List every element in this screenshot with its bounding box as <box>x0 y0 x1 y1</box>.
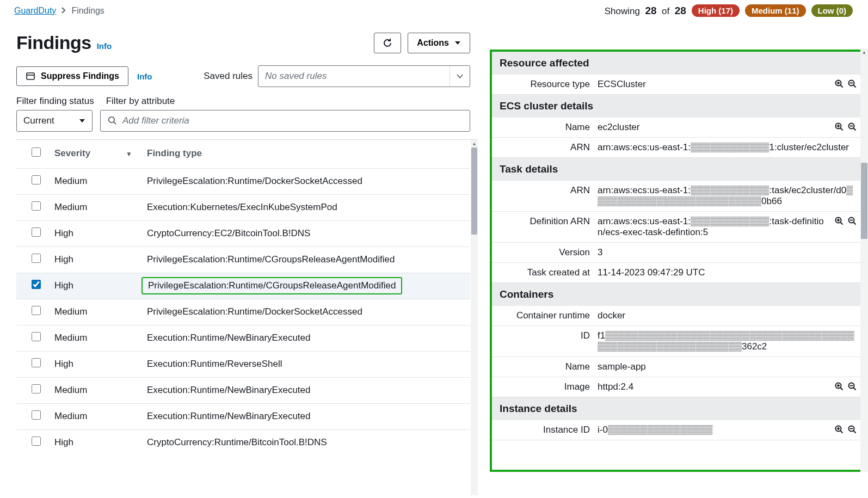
col-finding-type[interactable]: Finding type <box>141 140 470 169</box>
svg-line-5 <box>841 85 843 88</box>
scrollbar-thumb[interactable] <box>861 163 867 239</box>
suppress-findings-button[interactable]: Suppress Findings <box>16 66 128 86</box>
row-checkbox[interactable] <box>32 358 41 367</box>
sort-caret-icon[interactable]: ▼ <box>126 150 132 158</box>
svg-line-26 <box>841 388 843 390</box>
finding-type-cell: PrivilegeEscalation:Runtime/DockerSocket… <box>141 169 470 195</box>
zoom-out-icon[interactable] <box>847 122 857 132</box>
table-row[interactable]: MediumExecution:Runtime/NewBinaryExecute… <box>16 325 470 352</box>
svg-rect-0 <box>27 73 34 79</box>
table-row[interactable]: MediumExecution:Runtime/NewBinaryExecute… <box>16 378 470 404</box>
table-row[interactable]: HighPrivilegeEscalation:Runtime/CGroupsR… <box>16 273 470 299</box>
detail-key: Name <box>492 118 595 137</box>
col-severity[interactable]: Severity <box>54 148 90 158</box>
zoom-in-icon[interactable] <box>834 216 844 226</box>
finding-type-cell: CryptoCurrency:Runtime/BitcoinTool.B!DNS <box>141 430 470 456</box>
svg-line-37 <box>854 431 856 433</box>
row-checkbox[interactable] <box>32 280 41 289</box>
row-checkbox[interactable] <box>32 436 41 446</box>
severity-cell: Medium <box>49 169 141 195</box>
finding-type-cell: CryptoCurrency:EC2/BitcoinTool.B!DNS <box>141 221 470 247</box>
detail-row: Instance IDi-0▒▒▒▒▒▒▒▒▒▒▒▒▒▒▒▒ <box>492 420 860 440</box>
section-heading: Task details <box>492 158 860 181</box>
filter-attribute-input-wrap[interactable] <box>100 110 470 132</box>
suppress-info-link[interactable]: Info <box>137 72 152 81</box>
scroll-up-icon[interactable]: ▲ <box>471 140 478 147</box>
actions-button[interactable]: Actions <box>408 33 470 53</box>
detail-row: Nameec2cluster <box>492 118 860 138</box>
zoom-out-icon[interactable] <box>847 216 857 226</box>
row-checkbox[interactable] <box>32 175 41 185</box>
finding-type-cell: Execution:Runtime/NewBinaryExecuted <box>141 378 470 404</box>
zoom-out-icon[interactable] <box>847 382 857 391</box>
details-scrollbar[interactable]: ▲ <box>860 48 868 472</box>
badge-low[interactable]: Low (0) <box>811 4 853 17</box>
section-heading: Containers <box>492 283 860 306</box>
detail-value: ec2cluster <box>595 118 860 137</box>
chevron-right-icon <box>61 6 66 16</box>
row-checkbox[interactable] <box>32 201 41 211</box>
svg-line-23 <box>854 223 856 225</box>
detail-key: ARN <box>492 138 595 157</box>
scroll-up-icon[interactable]: ▲ <box>860 48 868 56</box>
caret-down-icon <box>79 115 85 126</box>
zoom-in-icon[interactable] <box>834 122 844 132</box>
table-row[interactable]: MediumPrivilegeEscalation:Runtime/Docker… <box>16 169 470 195</box>
row-checkbox[interactable] <box>32 306 41 315</box>
detail-value: ECSCluster <box>595 75 860 94</box>
row-checkbox[interactable] <box>32 410 41 420</box>
detail-key: ID <box>492 326 595 356</box>
table-row[interactable]: MediumExecution:Runtime/NewBinaryExecute… <box>16 404 470 430</box>
search-icon <box>107 115 117 127</box>
severity-cell: High <box>49 352 141 378</box>
refresh-button[interactable] <box>374 33 401 53</box>
svg-line-12 <box>841 128 843 131</box>
select-all-checkbox[interactable] <box>32 147 41 157</box>
filter-status-select[interactable]: Current <box>16 110 93 132</box>
row-checkbox[interactable] <box>32 384 41 394</box>
row-checkbox[interactable] <box>32 228 41 237</box>
svg-line-19 <box>841 223 843 225</box>
zoom-in-icon[interactable] <box>834 425 844 434</box>
table-row[interactable]: HighCryptoCurrency:Runtime/BitcoinTool.B… <box>16 430 470 456</box>
zoom-in-icon[interactable] <box>834 382 844 391</box>
page-title: Findings <box>16 32 91 53</box>
badge-medium[interactable]: Medium (11) <box>745 4 806 17</box>
badge-high[interactable]: High (17) <box>692 4 740 17</box>
detail-value: arn:aws:ecs:us-east-1:▒▒▒▒▒▒▒▒▒▒▒▒1:clus… <box>595 138 860 157</box>
table-row[interactable]: HighPrivilegeEscalation:Runtime/CGroupsR… <box>16 247 470 273</box>
detail-row: Definition ARNarn:aws:ecs:us-east-1:▒▒▒▒… <box>492 212 860 243</box>
table-row[interactable]: HighCryptoCurrency:EC2/BitcoinTool.B!DNS <box>16 221 470 247</box>
refresh-icon <box>382 38 393 48</box>
details-panel: Resource affectedResource typeECSCluster… <box>490 50 863 472</box>
zoom-in-icon[interactable] <box>834 79 844 89</box>
detail-key: Task created at <box>492 263 595 282</box>
table-row[interactable]: HighExecution:Runtime/ReverseShell <box>16 352 470 378</box>
table-row[interactable]: MediumPrivilegeEscalation:Runtime/Docker… <box>16 299 470 325</box>
detail-row: Container runtimedocker <box>492 306 860 326</box>
svg-line-30 <box>854 388 856 390</box>
zoom-out-icon[interactable] <box>847 425 857 434</box>
saved-rules-select[interactable]: No saved rules <box>258 65 470 87</box>
section-heading: ECS cluster details <box>492 95 860 118</box>
row-checkbox[interactable] <box>32 332 41 341</box>
row-checkbox[interactable] <box>32 254 41 263</box>
breadcrumb-root[interactable]: GuardDuty <box>14 6 56 16</box>
detail-value: 11-14-2023 09:47:29 UTC <box>595 263 860 282</box>
scrollbar-thumb[interactable] <box>471 147 477 235</box>
zoom-out-icon[interactable] <box>847 79 857 89</box>
svg-line-33 <box>841 431 843 433</box>
table-row[interactable]: MediumExecution:Kubernetes/ExecInKubeSys… <box>16 195 470 221</box>
suppress-label: Suppress Findings <box>41 71 119 81</box>
svg-line-9 <box>854 85 856 88</box>
detail-value: i-0▒▒▒▒▒▒▒▒▒▒▒▒▒▒▒▒ <box>595 420 860 440</box>
info-link[interactable]: Info <box>97 41 112 51</box>
saved-rules-placeholder: No saved rules <box>265 71 327 82</box>
severity-cell: Medium <box>49 299 141 325</box>
findings-table: Severity ▼ Finding type MediumPrivilegeE… <box>16 140 470 456</box>
scrollbar[interactable]: ▲ <box>471 140 478 495</box>
finding-type-cell: Execution:Runtime/ReverseShell <box>141 352 470 378</box>
finding-type-cell: Execution:Runtime/NewBinaryExecuted <box>141 325 470 352</box>
breadcrumb-current: Findings <box>71 6 104 16</box>
filter-attribute-input[interactable] <box>122 115 463 126</box>
